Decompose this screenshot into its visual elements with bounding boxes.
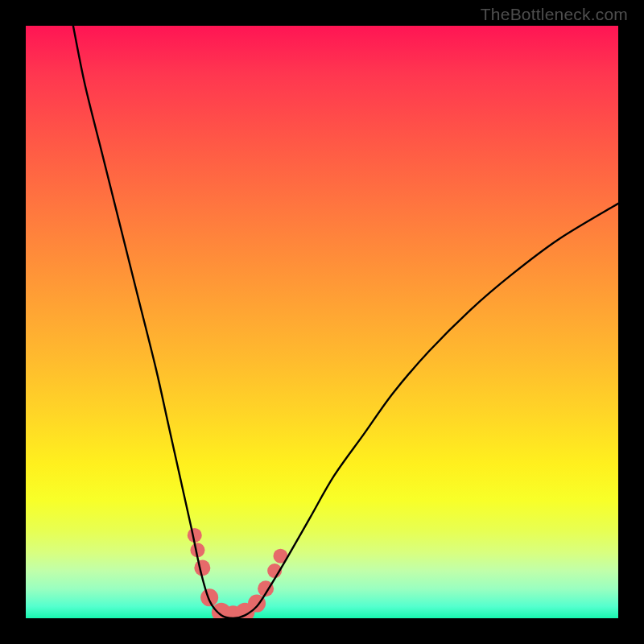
- plot-area: [26, 26, 618, 618]
- watermark-text: TheBottleneck.com: [481, 5, 628, 24]
- highlight-dot: [194, 559, 210, 576]
- curve-svg: [26, 26, 618, 618]
- highlight-markers: [188, 528, 288, 618]
- chart-frame: TheBottleneck.com: [0, 0, 644, 644]
- bottleneck-curve: [73, 26, 618, 618]
- highlight-dot: [200, 588, 218, 606]
